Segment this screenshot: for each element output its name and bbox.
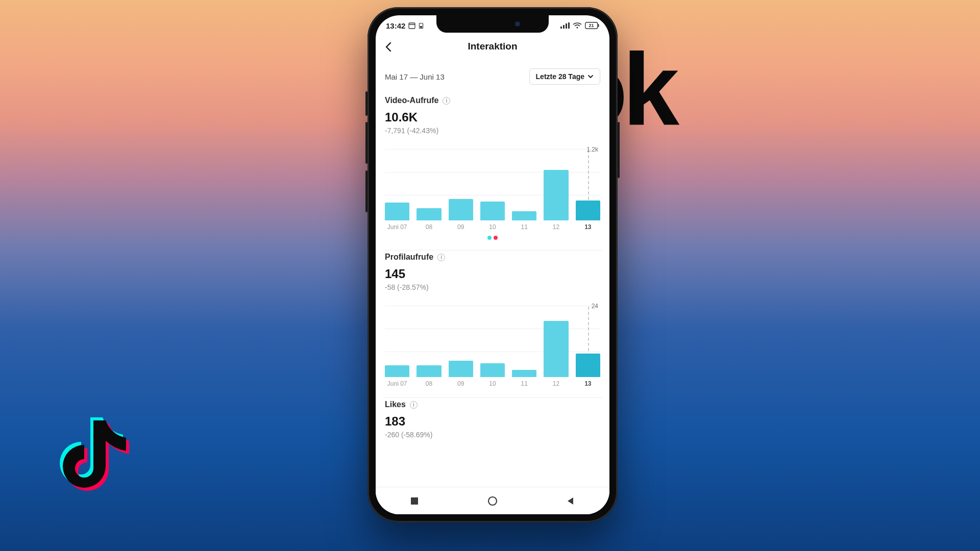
- section-profile-views: Profilaufrufe i 145 -58 (-28.57%) 24 Jun…: [383, 251, 602, 398]
- metric-delta: -58 (-28.57%): [385, 283, 600, 291]
- info-icon[interactable]: i: [443, 97, 450, 105]
- date-range-row: Mai 17 — Juni 13 Letzte 28 Tage: [383, 57, 602, 94]
- app-header: Interaktion: [376, 36, 609, 57]
- battery-icon: 21: [585, 22, 599, 29]
- chart-bar: [576, 354, 600, 377]
- nav-recent-button[interactable]: [399, 494, 430, 508]
- svg-rect-7: [568, 22, 570, 29]
- chart-xlabel: 08: [416, 380, 441, 387]
- date-range-text: Mai 17 — Juni 13: [385, 72, 445, 81]
- svg-point-8: [576, 27, 578, 28]
- chart-xlabel: Juni 07: [385, 380, 409, 387]
- chart-xlabel: 12: [544, 380, 568, 387]
- chart-xlabel: 13: [576, 380, 600, 387]
- chart-bar: [544, 321, 568, 377]
- chart-bar: [544, 170, 568, 220]
- svg-marker-14: [568, 497, 573, 505]
- triangle-left-icon: [566, 496, 575, 506]
- chart-xlabel: Juni 07: [385, 223, 409, 231]
- chart-xlabel: 11: [512, 223, 536, 231]
- section-likes: Likes i 183 -260 (-58.69%): [383, 398, 602, 449]
- chart-bars: [385, 164, 600, 220]
- chart-peak-label: 24: [592, 303, 598, 310]
- battery-small-icon: [419, 22, 424, 29]
- chart-bar: [385, 203, 409, 220]
- chart-xlabel: 10: [480, 380, 505, 387]
- chart-xlabel: 08: [416, 223, 441, 231]
- chart-bar: [416, 208, 441, 220]
- chart-peak-label: 1.2k: [586, 146, 598, 153]
- svg-rect-6: [566, 23, 567, 29]
- chart-legend-dots: [385, 236, 600, 240]
- phone-frame: 13:42 21 Interaktion Mai 17 — Juni 13: [368, 7, 618, 522]
- nav-home-button[interactable]: [477, 494, 508, 508]
- chart-xlabels: Juni 07080910111213: [385, 223, 600, 231]
- chart-bar: [512, 211, 536, 220]
- chart-xlabels: Juni 07080910111213: [385, 380, 600, 387]
- chart-bars: [385, 321, 600, 377]
- section-title: Likes: [385, 400, 406, 409]
- phone-screen: 13:42 21 Interaktion Mai 17 — Juni 13: [376, 15, 609, 514]
- nav-back-button[interactable]: [555, 494, 586, 508]
- calendar-icon: [408, 22, 415, 29]
- svg-rect-4: [560, 27, 562, 29]
- info-icon[interactable]: i: [437, 254, 445, 261]
- chart-xlabel: 12: [544, 223, 568, 231]
- chart-xlabel: 10: [480, 223, 505, 231]
- svg-point-13: [488, 497, 497, 505]
- metric-delta: -260 (-58.69%): [385, 431, 600, 439]
- date-range-selector-label: Letzte 28 Tage: [536, 72, 584, 81]
- chart-xlabel: 09: [449, 223, 473, 231]
- chart-bar: [576, 201, 600, 220]
- legend-dot: [487, 236, 492, 240]
- section-title: Video-Aufrufe: [385, 96, 438, 105]
- chart-bar: [416, 365, 441, 377]
- svg-rect-10: [598, 24, 599, 27]
- chart-video-views: 1.2k: [385, 149, 600, 220]
- legend-dot: [494, 236, 498, 240]
- svg-rect-12: [411, 497, 418, 505]
- svg-rect-0: [409, 23, 415, 29]
- svg-rect-5: [563, 25, 565, 29]
- chart-bar: [385, 365, 409, 377]
- android-nav-bar: [376, 487, 609, 514]
- metric-value: 145: [385, 267, 600, 281]
- phone-notch: [436, 15, 549, 33]
- metric-delta: -7,791 (-42.43%): [385, 127, 600, 135]
- section-video-views: Video-Aufrufe i 10.6K -7,791 (-42.43%) 1…: [383, 94, 602, 251]
- page-title: Interaktion: [468, 41, 517, 52]
- svg-rect-3: [420, 26, 422, 28]
- chevron-down-icon: [587, 73, 594, 80]
- chart-bar: [449, 199, 473, 220]
- status-time: 13:42: [386, 21, 405, 30]
- chart-bar: [449, 361, 473, 377]
- info-icon[interactable]: i: [410, 401, 418, 409]
- chart-bar: [480, 363, 505, 378]
- section-title: Profilaufrufe: [385, 253, 433, 262]
- chart-xlabel: 13: [576, 223, 600, 231]
- chart-profile-views: 24: [385, 306, 600, 377]
- metric-value: 183: [385, 414, 600, 429]
- tiktok-logo-icon: [48, 414, 140, 518]
- chevron-left-icon: [383, 41, 395, 53]
- back-button[interactable]: [381, 39, 397, 55]
- chart-xlabel: 11: [512, 380, 536, 387]
- circle-icon: [487, 496, 498, 506]
- content-scroll[interactable]: Mai 17 — Juni 13 Letzte 28 Tage Video-Au…: [376, 57, 609, 449]
- signal-icon: [560, 22, 570, 29]
- wifi-icon: [573, 22, 582, 29]
- svg-text:21: 21: [589, 23, 594, 28]
- chart-bar: [512, 370, 536, 377]
- metric-value: 10.6K: [385, 110, 600, 124]
- date-range-selector[interactable]: Letzte 28 Tage: [529, 68, 600, 85]
- chart-bar: [480, 202, 505, 220]
- chart-xlabel: 09: [449, 380, 473, 387]
- square-icon: [410, 496, 419, 506]
